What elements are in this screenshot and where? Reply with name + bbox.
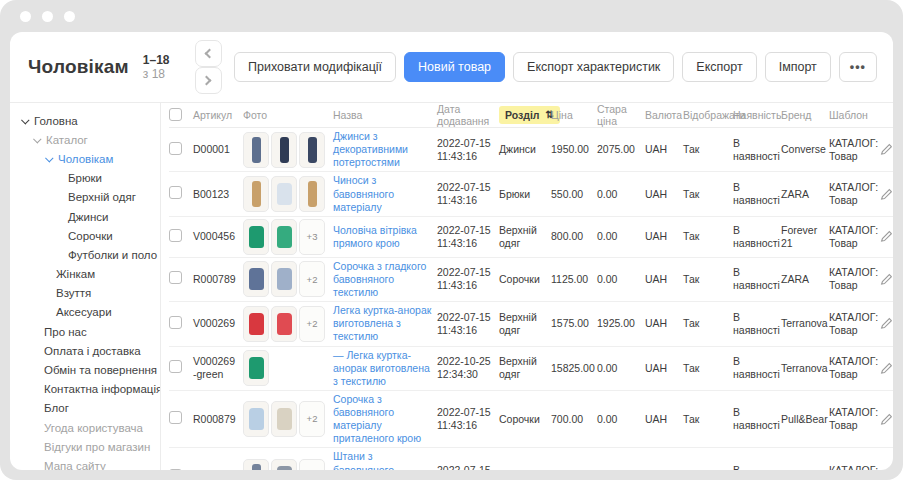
sidebar-item-label: Головна — [34, 115, 78, 127]
product-photo — [243, 459, 269, 470]
sidebar-item-про-нас[interactable]: Про нас — [10, 322, 160, 341]
import-button[interactable]: Імпорт — [765, 52, 831, 82]
sidebar-item-label: Взуття — [56, 287, 91, 299]
row-checkbox[interactable] — [169, 142, 182, 155]
product-name-link[interactable]: Джинси з декоративними потертостями — [333, 130, 437, 169]
window-control-dot[interactable] — [64, 11, 75, 22]
sidebar-item-угода-користувача[interactable]: Угода користувача — [10, 418, 160, 437]
photo-thumbnails: +2 — [243, 306, 333, 342]
product-row: D00001Джинси з декоративними потертостям… — [169, 128, 893, 172]
edit-icon[interactable] — [880, 188, 893, 201]
sidebar-item-label: Блог — [44, 402, 69, 414]
edit-icon[interactable] — [880, 362, 893, 375]
garment-shape — [277, 268, 292, 290]
more-photos-badge[interactable]: +2 — [299, 306, 325, 342]
window-frame: Чоловікам 1–18 з 18 Приховати модифікаці… — [0, 0, 903, 480]
old-price-cell: 2075.00 — [597, 143, 645, 156]
edit-icon[interactable] — [880, 273, 893, 286]
sidebar-item-відгуки-про-магазин[interactable]: Відгуки про магазин — [10, 437, 160, 456]
product-photo — [271, 459, 297, 470]
page-title: Чоловікам — [28, 56, 129, 78]
new-product-button[interactable]: Новий товар — [404, 52, 505, 82]
section-cell: Брюки — [499, 188, 551, 201]
sidebar-item-label: Джинси — [68, 211, 108, 223]
sidebar-item-чоловікам[interactable]: Чоловікам — [10, 149, 160, 168]
product-photo — [299, 176, 325, 212]
price-cell: 800.00 — [551, 230, 597, 243]
sidebar-item-футболки-и-поло[interactable]: Футболки и поло — [10, 245, 160, 264]
edit-icon[interactable] — [880, 230, 893, 243]
select-all-checkbox[interactable] — [169, 108, 182, 121]
product-photo — [299, 132, 325, 168]
brand-cell: Forever 21 — [781, 224, 829, 250]
column-header-шаблон: Шаблон — [829, 109, 883, 121]
row-checkbox[interactable] — [169, 411, 182, 424]
sidebar-item-label: Мапа сайту — [44, 460, 106, 470]
price-cell: 1575.00 — [551, 317, 597, 330]
sidebar-item-мапа-сайту[interactable]: Мапа сайту — [10, 456, 160, 470]
date-cell: 2022-07-15 11:43:16 — [437, 406, 499, 432]
currency-cell: UAH — [645, 413, 683, 426]
export-button[interactable]: Експорт — [682, 52, 756, 82]
photo-thumbnails — [243, 350, 333, 386]
row-checkbox[interactable] — [169, 316, 182, 329]
sidebar-item-label: Футболки и поло — [68, 249, 157, 261]
window-control-dot[interactable] — [42, 11, 53, 22]
column-header-label: Розділ — [505, 109, 540, 121]
product-photo — [243, 401, 269, 437]
sidebar-item-верхній-одяг[interactable]: Верхній одяг — [10, 188, 160, 207]
export-characteristics-button[interactable]: Експорт характеристик — [513, 52, 674, 82]
row-checkbox[interactable] — [169, 186, 182, 199]
sidebar-item-блог[interactable]: Блог — [10, 399, 160, 418]
more-photos-badge[interactable]: +3 — [299, 219, 325, 255]
sidebar-item-сорочки[interactable]: Сорочки — [10, 226, 160, 245]
sidebar-item-label: Сорочки — [68, 230, 113, 242]
article-cell: R000879 — [193, 413, 243, 426]
sidebar-item-label: Брюки — [68, 172, 102, 184]
edit-icon[interactable] — [880, 413, 893, 426]
row-checkbox[interactable] — [169, 469, 182, 470]
sidebar-item-джинси[interactable]: Джинси — [10, 207, 160, 226]
sidebar-item-брюки[interactable]: Брюки — [10, 169, 160, 188]
product-name-link[interactable]: — Легка куртка-анорак виготовлена з текс… — [333, 349, 437, 388]
sidebar-item-аксесуари[interactable]: Аксесуари — [10, 303, 160, 322]
sidebar-item-жінкам[interactable]: Жінкам — [10, 265, 160, 284]
date-cell: 2022-07-15 11:43:16 — [437, 137, 499, 163]
sidebar-item-взуття[interactable]: Взуття — [10, 284, 160, 303]
more-actions-button[interactable]: ••• — [839, 52, 877, 82]
next-page-button[interactable] — [195, 67, 222, 94]
product-name-link[interactable]: Легка куртка-анорак виготовлена з тексти… — [333, 304, 437, 343]
more-photos-badge[interactable]: +2 — [299, 459, 325, 470]
product-name-link[interactable]: Сорочка з бавовняного матеріалу притален… — [333, 393, 437, 446]
product-name-link[interactable]: Штани з бавовняного матеріалу прямого кр… — [333, 450, 437, 470]
product-name-link[interactable]: Чоловіча вітрівка прямого крою — [333, 224, 437, 250]
date-cell: 2022-07-15 11:43:16 — [437, 311, 499, 337]
edit-icon[interactable] — [880, 317, 893, 330]
more-photos-badge[interactable]: +2 — [299, 261, 325, 297]
row-checkbox[interactable] — [169, 271, 182, 284]
sidebar: ГоловнаКаталогЧоловікамБрюкиВерхній одяг… — [10, 103, 160, 470]
sidebar-item-оплата-і-доставка[interactable]: Оплата і доставка — [10, 341, 160, 360]
window-control-dot[interactable] — [20, 11, 31, 22]
display-cell: Так — [683, 317, 733, 330]
date-cell: 2022-07-15 11:43:16 — [437, 224, 499, 250]
sidebar-item-головна[interactable]: Головна — [10, 111, 160, 130]
product-name-link[interactable]: Сорочка з гладкого бавовняного текстилю — [333, 260, 437, 299]
sidebar-item-контактна-інформація[interactable]: Контактна інформація — [10, 380, 160, 399]
row-actions — [883, 413, 893, 426]
brand-cell: Terranova — [781, 362, 829, 375]
old-price-cell: 0.00 — [597, 230, 645, 243]
more-photos-badge[interactable]: +2 — [299, 401, 325, 437]
window-titlebar — [0, 0, 903, 32]
row-checkbox[interactable] — [169, 229, 182, 242]
sidebar-item-обмін-та-повернення[interactable]: Обмін та повернення — [10, 360, 160, 379]
row-checkbox[interactable] — [169, 360, 182, 373]
display-cell: Так — [683, 413, 733, 426]
edit-icon[interactable] — [880, 143, 893, 156]
prev-page-button[interactable] — [195, 40, 222, 67]
column-header-валюта: Валюта — [645, 109, 683, 121]
sidebar-item-каталог[interactable]: Каталог — [10, 130, 160, 149]
hide-modifications-button[interactable]: Приховати модифікації — [234, 52, 396, 82]
product-name-link[interactable]: Чиноси з бавовняного матеріалу — [333, 174, 437, 213]
availability-cell: В наявності — [733, 406, 781, 432]
